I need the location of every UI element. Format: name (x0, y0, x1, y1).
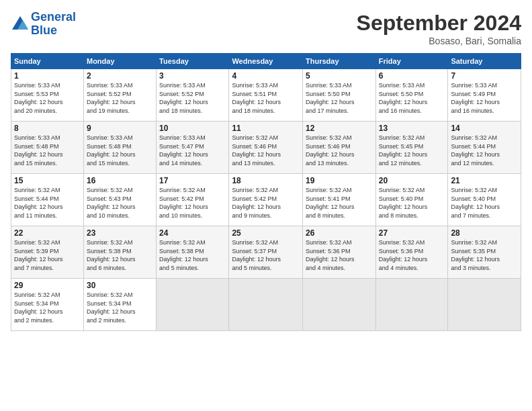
logo-text: General Blue (31, 11, 76, 38)
calendar-cell: 1Sunrise: 5:33 AM Sunset: 5:53 PM Daylig… (11, 69, 84, 122)
day-number: 7 (451, 71, 518, 81)
calendar-cell: 15Sunrise: 5:32 AM Sunset: 5:44 PM Dayli… (11, 174, 84, 226)
calendar-cell: 2Sunrise: 5:33 AM Sunset: 5:52 PM Daylig… (83, 69, 156, 122)
day-number: 10 (159, 124, 226, 133)
calendar-week-row: 1Sunrise: 5:33 AM Sunset: 5:53 PM Daylig… (11, 69, 521, 122)
calendar-cell (375, 279, 448, 331)
day-number: 18 (232, 176, 300, 185)
day-info: Sunrise: 5:32 AM Sunset: 5:35 PM Dayligh… (451, 238, 518, 272)
calendar-week-row: 22Sunrise: 5:32 AM Sunset: 5:39 PM Dayli… (11, 226, 521, 279)
day-info: Sunrise: 5:33 AM Sunset: 5:47 PM Dayligh… (159, 134, 226, 167)
calendar-cell: 9Sunrise: 5:33 AM Sunset: 5:48 PM Daylig… (83, 122, 156, 174)
calendar-cell: 29Sunrise: 5:32 AM Sunset: 5:34 PM Dayli… (11, 279, 84, 331)
calendar-cell (448, 279, 521, 331)
column-header-tuesday: Tuesday (157, 54, 229, 69)
calendar-cell: 6Sunrise: 5:33 AM Sunset: 5:50 PM Daylig… (375, 69, 448, 122)
calendar-cell: 21Sunrise: 5:32 AM Sunset: 5:40 PM Dayli… (448, 174, 521, 226)
calendar-cell: 26Sunrise: 5:32 AM Sunset: 5:36 PM Dayli… (303, 226, 376, 279)
day-number: 4 (232, 71, 300, 81)
day-number: 15 (14, 176, 81, 185)
title-block: September 2024 Bosaso, Bari, Somalia (357, 11, 521, 46)
day-info: Sunrise: 5:33 AM Sunset: 5:51 PM Dayligh… (232, 81, 300, 115)
calendar-cell: 11Sunrise: 5:32 AM Sunset: 5:46 PM Dayli… (229, 122, 303, 174)
day-info: Sunrise: 5:32 AM Sunset: 5:36 PM Dayligh… (379, 238, 445, 272)
day-info: Sunrise: 5:32 AM Sunset: 5:34 PM Dayligh… (87, 291, 153, 324)
calendar-cell: 25Sunrise: 5:32 AM Sunset: 5:37 PM Dayli… (229, 226, 303, 279)
day-info: Sunrise: 5:32 AM Sunset: 5:34 PM Dayligh… (14, 291, 81, 324)
day-info: Sunrise: 5:33 AM Sunset: 5:48 PM Dayligh… (14, 134, 81, 167)
day-info: Sunrise: 5:32 AM Sunset: 5:45 PM Dayligh… (379, 134, 445, 167)
page: General Blue September 2024 Bosaso, Bari… (0, 0, 532, 411)
day-number: 23 (87, 228, 153, 238)
day-number: 17 (159, 176, 226, 185)
location-subtitle: Bosaso, Bari, Somalia (357, 36, 521, 46)
day-number: 11 (232, 124, 300, 133)
calendar-cell: 5Sunrise: 5:33 AM Sunset: 5:50 PM Daylig… (303, 69, 376, 122)
calendar-cell (157, 279, 229, 331)
day-number: 22 (14, 228, 81, 238)
day-info: Sunrise: 5:32 AM Sunset: 5:46 PM Dayligh… (306, 134, 373, 167)
calendar-cell: 10Sunrise: 5:33 AM Sunset: 5:47 PM Dayli… (157, 122, 229, 174)
column-header-saturday: Saturday (448, 54, 521, 69)
day-number: 19 (306, 176, 373, 185)
day-number: 30 (87, 281, 153, 290)
day-number: 25 (232, 228, 300, 238)
day-number: 12 (306, 124, 373, 133)
calendar-cell: 22Sunrise: 5:32 AM Sunset: 5:39 PM Dayli… (11, 226, 84, 279)
day-info: Sunrise: 5:33 AM Sunset: 5:49 PM Dayligh… (451, 81, 518, 115)
column-header-thursday: Thursday (303, 54, 376, 69)
day-number: 27 (379, 228, 445, 238)
logo-line1: General (31, 10, 76, 24)
day-number: 3 (159, 71, 226, 81)
day-number: 5 (306, 71, 373, 81)
calendar-cell: 27Sunrise: 5:32 AM Sunset: 5:36 PM Dayli… (375, 226, 448, 279)
day-number: 21 (451, 176, 518, 185)
calendar-cell: 17Sunrise: 5:32 AM Sunset: 5:42 PM Dayli… (157, 174, 229, 226)
day-info: Sunrise: 5:32 AM Sunset: 5:41 PM Dayligh… (306, 186, 373, 220)
header: General Blue September 2024 Bosaso, Bari… (11, 11, 521, 46)
calendar-week-row: 29Sunrise: 5:32 AM Sunset: 5:34 PM Dayli… (11, 279, 521, 331)
calendar-cell: 8Sunrise: 5:33 AM Sunset: 5:48 PM Daylig… (11, 122, 84, 174)
calendar-cell: 14Sunrise: 5:32 AM Sunset: 5:44 PM Dayli… (448, 122, 521, 174)
day-number: 24 (159, 228, 226, 238)
logo: General Blue (11, 11, 76, 38)
calendar-cell (229, 279, 303, 331)
calendar-cell: 7Sunrise: 5:33 AM Sunset: 5:49 PM Daylig… (448, 69, 521, 122)
day-info: Sunrise: 5:33 AM Sunset: 5:50 PM Dayligh… (379, 81, 445, 115)
day-number: 6 (379, 71, 445, 81)
day-info: Sunrise: 5:33 AM Sunset: 5:52 PM Dayligh… (159, 81, 226, 115)
calendar-cell: 3Sunrise: 5:33 AM Sunset: 5:52 PM Daylig… (157, 69, 229, 122)
day-info: Sunrise: 5:32 AM Sunset: 5:44 PM Dayligh… (451, 134, 518, 167)
column-header-sunday: Sunday (11, 54, 84, 69)
day-number: 16 (87, 176, 153, 185)
day-info: Sunrise: 5:32 AM Sunset: 5:42 PM Dayligh… (232, 186, 300, 220)
calendar-cell: 20Sunrise: 5:32 AM Sunset: 5:40 PM Dayli… (375, 174, 448, 226)
day-info: Sunrise: 5:32 AM Sunset: 5:40 PM Dayligh… (379, 186, 445, 220)
day-info: Sunrise: 5:32 AM Sunset: 5:42 PM Dayligh… (159, 186, 226, 220)
calendar-week-row: 8Sunrise: 5:33 AM Sunset: 5:48 PM Daylig… (11, 122, 521, 174)
calendar-cell: 18Sunrise: 5:32 AM Sunset: 5:42 PM Dayli… (229, 174, 303, 226)
day-number: 20 (379, 176, 445, 185)
day-info: Sunrise: 5:32 AM Sunset: 5:43 PM Dayligh… (87, 186, 153, 220)
calendar-cell: 23Sunrise: 5:32 AM Sunset: 5:38 PM Dayli… (83, 226, 156, 279)
day-number: 8 (14, 124, 81, 133)
day-info: Sunrise: 5:32 AM Sunset: 5:39 PM Dayligh… (14, 238, 81, 272)
day-number: 28 (451, 228, 518, 238)
logo-icon (11, 15, 30, 34)
calendar-cell: 13Sunrise: 5:32 AM Sunset: 5:45 PM Dayli… (375, 122, 448, 174)
day-info: Sunrise: 5:32 AM Sunset: 5:44 PM Dayligh… (14, 186, 81, 220)
column-header-monday: Monday (83, 54, 156, 69)
day-info: Sunrise: 5:32 AM Sunset: 5:36 PM Dayligh… (306, 238, 373, 272)
calendar-cell: 4Sunrise: 5:33 AM Sunset: 5:51 PM Daylig… (229, 69, 303, 122)
day-number: 26 (306, 228, 373, 238)
calendar-week-row: 15Sunrise: 5:32 AM Sunset: 5:44 PM Dayli… (11, 174, 521, 226)
calendar-cell: 12Sunrise: 5:32 AM Sunset: 5:46 PM Dayli… (303, 122, 376, 174)
day-info: Sunrise: 5:33 AM Sunset: 5:52 PM Dayligh… (87, 81, 153, 115)
day-number: 1 (14, 71, 81, 81)
day-info: Sunrise: 5:32 AM Sunset: 5:46 PM Dayligh… (232, 134, 300, 167)
day-info: Sunrise: 5:32 AM Sunset: 5:38 PM Dayligh… (159, 238, 226, 272)
logo-line2: Blue (31, 24, 57, 37)
month-title: September 2024 (357, 11, 521, 36)
column-header-wednesday: Wednesday (229, 54, 303, 69)
day-info: Sunrise: 5:33 AM Sunset: 5:48 PM Dayligh… (87, 134, 153, 167)
